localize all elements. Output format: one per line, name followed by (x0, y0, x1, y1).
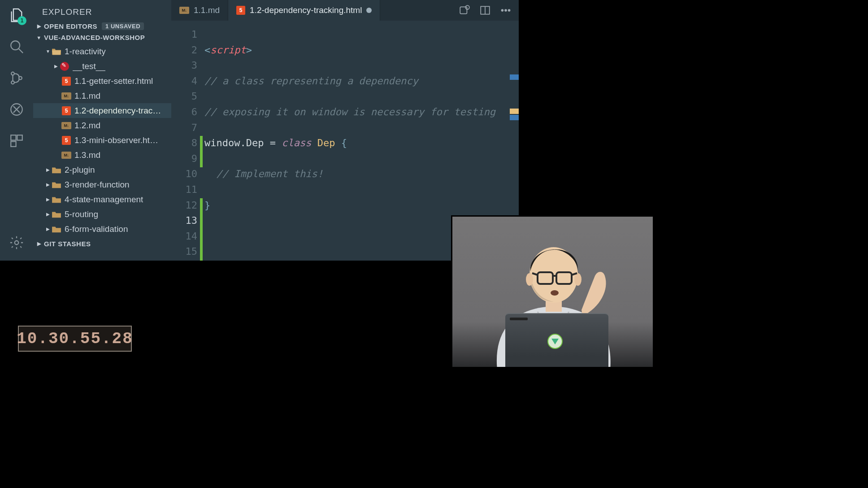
workspace-label: VUE-ADVANCED-WORKSHOP (44, 34, 145, 41)
file-1-1-md[interactable]: M↓ 1.1.md (33, 88, 171, 103)
debug-icon[interactable] (7, 100, 26, 119)
svg-point-14 (501, 9, 503, 11)
folder-icon (51, 195, 62, 205)
editor-actions (458, 0, 519, 21)
md-file-icon: M↓ (179, 7, 189, 14)
html-file-icon: 5 (61, 76, 72, 86)
compare-changes-icon[interactable] (458, 4, 471, 17)
open-editors-label: OPEN EDITORS (44, 22, 97, 30)
svg-point-20 (574, 273, 582, 286)
svg-point-2 (11, 72, 14, 75)
tab-1-1-md[interactable]: M↓ 1.1.md (171, 0, 228, 21)
folder-6-form[interactable]: ▶ 6-form-validation (33, 222, 171, 236)
file-1-3-html[interactable]: 5 1.3-mini-observer.ht… (33, 133, 171, 148)
svg-point-0 (11, 41, 20, 50)
split-editor-icon[interactable] (478, 4, 492, 17)
workspace-section[interactable]: ▼ VUE-ADVANCED-WORKSHOP (33, 32, 171, 43)
vue-sticker-icon (547, 334, 563, 349)
line-gutter: 1 2 3 4 5 6 7 8 9 10 11 12 13 14 15 (171, 21, 204, 261)
md-file-icon: M↓ (61, 121, 72, 131)
file-tree: ▼ 1-reactivity ▶ __test__ 5 1.1-getter-s… (33, 43, 171, 236)
html-file-icon: 5 (61, 106, 72, 116)
svg-point-3 (11, 81, 14, 84)
presenter-webcam (451, 215, 653, 367)
svg-rect-7 (17, 135, 22, 140)
svg-point-15 (505, 9, 507, 11)
files-badge: 1 (17, 16, 26, 25)
folder-3-render[interactable]: ▶ 3-render-function (33, 177, 171, 192)
html-file-icon: 5 (61, 135, 72, 145)
source-control-icon[interactable] (7, 68, 26, 88)
svg-rect-6 (11, 135, 16, 140)
folder-icon (51, 224, 62, 234)
diff-added-indicator (200, 198, 203, 261)
svg-point-26 (551, 290, 559, 296)
git-stashes-section[interactable]: ▶ GIT STASHES (33, 238, 171, 249)
test-folder-icon (59, 61, 70, 71)
folder-test[interactable]: ▶ __test__ (33, 59, 171, 74)
folder-icon (51, 180, 62, 190)
diff-added-indicator (200, 136, 203, 167)
html-file-icon: 5 (236, 6, 245, 15)
file-1-1-html[interactable]: 5 1.1-getter-setter.html (33, 74, 171, 88)
folder-2-plugin[interactable]: ▶ 2-plugin (33, 162, 171, 177)
settings-gear-icon[interactable] (7, 233, 26, 253)
tab-1-2-html[interactable]: 5 1.2-dependency-tracking.html (228, 0, 380, 21)
minimap-marker (510, 74, 519, 80)
explorer-sidebar: EXPLORER ▶ OPEN EDITORS 1 UNSAVED ▼ VUE-… (33, 0, 171, 261)
svg-point-9 (15, 241, 19, 245)
minimap-marker (510, 109, 519, 114)
unsaved-indicator-icon (366, 8, 372, 13)
folder-5-routing[interactable]: ▶ 5-routing (33, 207, 171, 222)
md-file-icon: M↓ (61, 150, 72, 160)
more-actions-icon[interactable] (499, 4, 512, 17)
timecode-overlay: 10.30.55.28 (18, 326, 132, 352)
extensions-icon[interactable] (7, 131, 26, 151)
unsaved-badge: 1 UNSAVED (102, 22, 144, 30)
md-file-icon: M↓ (61, 91, 72, 101)
svg-point-11 (465, 5, 469, 9)
svg-point-16 (508, 9, 510, 11)
vscode-window: 1 EXPLORER ▶ OPEN EDITORS 1 UNSAVED ▼ VU… (0, 0, 520, 262)
folder-icon (51, 209, 62, 219)
folder-icon (51, 165, 62, 175)
file-1-2-md[interactable]: M↓ 1.2.md (33, 118, 171, 133)
folder-open-icon (51, 47, 62, 57)
search-icon[interactable] (7, 37, 26, 57)
svg-line-1 (18, 48, 23, 53)
folder-1-reactivity[interactable]: ▼ 1-reactivity (33, 44, 171, 59)
minimap-marker (510, 115, 519, 120)
svg-point-19 (526, 273, 533, 286)
open-editors-section[interactable]: ▶ OPEN EDITORS 1 UNSAVED (33, 21, 171, 32)
file-1-3-md[interactable]: M↓ 1.3.md (33, 148, 171, 162)
git-stashes-label: GIT STASHES (44, 240, 91, 248)
file-1-2-html[interactable]: 5 1.2-dependency-trac… (33, 103, 171, 118)
svg-rect-8 (11, 141, 16, 146)
explorer-title: EXPLORER (33, 2, 171, 21)
folder-4-state[interactable]: ▶ 4-state-management (33, 192, 171, 207)
activity-bar: 1 (0, 0, 33, 261)
files-icon[interactable]: 1 (7, 5, 26, 25)
editor-tabs: M↓ 1.1.md 5 1.2-dependency-tracking.html (171, 0, 519, 21)
